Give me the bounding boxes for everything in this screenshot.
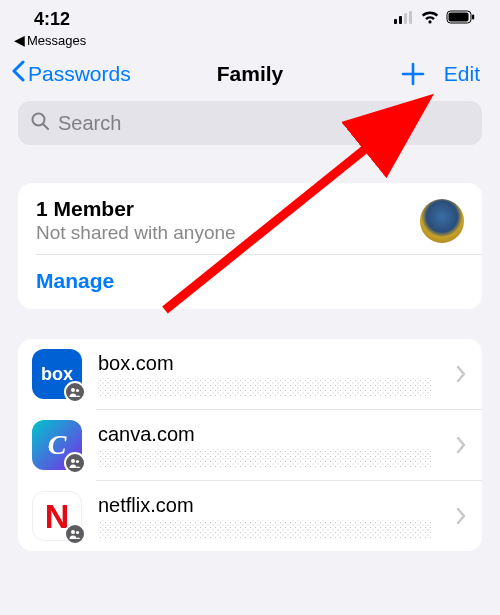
entry-domain: box.com [98, 352, 450, 375]
status-bar: 4:12 [0, 0, 500, 30]
breadcrumb-back[interactable]: ◀ Messages [0, 30, 500, 54]
avatar[interactable] [420, 199, 464, 243]
entry-username-redacted [98, 378, 432, 396]
svg-point-9 [71, 388, 75, 392]
entry-username-redacted [98, 449, 432, 467]
svg-rect-6 [472, 15, 474, 20]
svg-rect-5 [449, 13, 469, 22]
password-entry[interactable]: N netflix.com [18, 481, 482, 551]
member-summary-row: 1 Member Not shared with anyone [18, 183, 482, 254]
status-time: 4:12 [34, 9, 70, 30]
cellular-icon [394, 10, 414, 28]
add-button[interactable] [400, 61, 426, 87]
chevron-right-icon [450, 502, 472, 530]
sharing-status: Not shared with anyone [36, 222, 420, 244]
svg-rect-0 [394, 19, 397, 24]
entry-domain: canva.com [98, 423, 450, 446]
svg-line-8 [43, 124, 48, 129]
manage-button[interactable]: Manage [18, 255, 482, 309]
search-icon [30, 111, 50, 135]
svg-point-11 [71, 459, 75, 463]
svg-rect-1 [399, 16, 402, 24]
svg-point-10 [76, 389, 79, 392]
nav-back-button[interactable]: Passwords [10, 60, 131, 87]
entry-username-redacted [98, 520, 432, 538]
chevron-right-icon [450, 360, 472, 388]
shared-badge-icon [64, 523, 86, 545]
nav-bar: Passwords Family Edit [0, 54, 500, 97]
member-count: 1 Member [36, 197, 420, 221]
password-list: box box.com C canva.com [18, 339, 482, 551]
shared-badge-icon [64, 452, 86, 474]
nav-back-label: Passwords [28, 62, 131, 86]
svg-point-14 [76, 531, 79, 534]
chevron-left-icon [10, 60, 26, 87]
svg-rect-2 [404, 13, 407, 24]
password-entry[interactable]: box box.com [18, 339, 482, 409]
search-input[interactable] [58, 112, 470, 135]
chevron-right-icon [450, 431, 472, 459]
shared-badge-icon [64, 381, 86, 403]
password-entry[interactable]: C canva.com [18, 410, 482, 480]
wifi-icon [420, 10, 440, 28]
breadcrumb-label: Messages [27, 33, 86, 48]
status-icons [394, 10, 476, 28]
battery-icon [446, 10, 476, 28]
svg-point-12 [76, 460, 79, 463]
svg-rect-3 [409, 11, 412, 24]
entry-domain: netflix.com [98, 494, 450, 517]
svg-point-13 [71, 530, 75, 534]
search-field[interactable] [18, 101, 482, 145]
group-info-card: 1 Member Not shared with anyone Manage [18, 183, 482, 309]
edit-button[interactable]: Edit [444, 62, 480, 86]
back-caret-icon: ◀ [14, 32, 25, 48]
